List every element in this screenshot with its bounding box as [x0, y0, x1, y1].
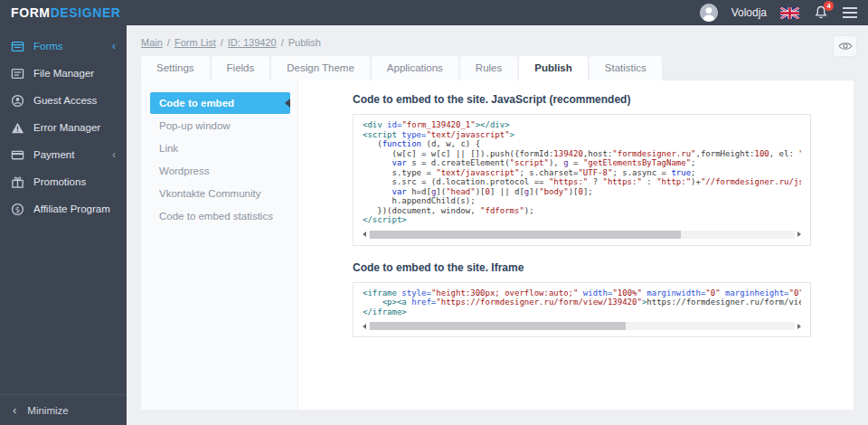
sidebar-item-label: Payment	[33, 149, 74, 160]
breadcrumb-separator: /	[221, 37, 223, 48]
language-flag-uk-icon[interactable]	[780, 7, 799, 19]
notifications-button[interactable]: 4	[813, 5, 829, 21]
notification-badge: 4	[824, 1, 834, 11]
svg-text:$: $	[15, 204, 20, 213]
sidebar-item-error-manager[interactable]: Error Manager	[0, 114, 127, 141]
submenu-code-to-embed[interactable]: Code to embed	[150, 92, 290, 114]
scroll-right-arrow-icon[interactable]	[797, 231, 801, 237]
tab-applications[interactable]: Applications	[372, 56, 458, 80]
embed-code-section: Code to embed to the site. JavaScript (r…	[298, 80, 854, 410]
sidebar-item-label: Affiliate Program	[33, 203, 110, 214]
breadcrumb-separator: /	[281, 37, 284, 48]
breadcrumb-form-list[interactable]: Form List	[175, 37, 216, 48]
publish-panel: Code to embed Pop-up window Link Wordpre…	[141, 80, 854, 410]
scrollbar-thumb[interactable]	[370, 322, 626, 330]
logo-designer: DESIGNER	[51, 5, 121, 20]
scroll-left-arrow-icon[interactable]	[363, 231, 366, 237]
chevron-left-icon: ‹	[13, 403, 16, 417]
js-embed-code[interactable]: <div id="form_139420_1"></div><script ty…	[363, 120, 801, 225]
sidebar-item-label: Promotions	[33, 176, 86, 187]
iframe-embed-code[interactable]: <iframe style="height:300px; overflow:au…	[363, 288, 801, 317]
sidebar-item-label: Forms	[33, 41, 63, 52]
submenu-wordpress[interactable]: Wordpress	[150, 160, 290, 182]
tab-design-theme[interactable]: Design Theme	[271, 56, 370, 80]
user-name[interactable]: Volodja	[731, 6, 767, 19]
sidebar-minimize-button[interactable]: ‹ Minimize	[0, 394, 127, 425]
logo-form: FORM	[11, 5, 51, 20]
sidebar: Forms ‹ File Manager Guest Access	[0, 25, 127, 425]
user-avatar[interactable]	[700, 4, 718, 22]
tab-statistics[interactable]: Statistics	[590, 56, 662, 80]
avatar-person-icon	[700, 4, 718, 22]
guest-access-icon	[11, 94, 24, 108]
scroll-left-arrow-icon[interactable]	[363, 324, 366, 329]
form-tabs: Settings Fields Design Theme Application…	[141, 56, 868, 80]
sidebar-item-payment[interactable]: Payment ‹	[0, 141, 127, 168]
publish-submenu: Code to embed Pop-up window Link Wordpre…	[141, 80, 298, 410]
breadcrumb-form-id[interactable]: ID: 139420	[228, 37, 277, 48]
tab-settings[interactable]: Settings	[141, 56, 210, 80]
js-code-horizontal-scrollbar[interactable]	[363, 229, 801, 241]
submenu-link[interactable]: Link	[150, 137, 290, 159]
js-embed-code-box: <div id="form_139420_1"></div><script ty…	[353, 114, 811, 246]
sidebar-item-file-manager[interactable]: File Manager	[0, 60, 127, 87]
breadcrumb-separator: /	[167, 37, 170, 48]
breadcrumb: Main / Form List / ID: 139420 / Publish	[127, 25, 868, 56]
sidebar-item-label: Guest Access	[33, 95, 97, 106]
sidebar-item-affiliate-program[interactable]: $ Affiliate Program	[0, 195, 127, 222]
iframe-embed-title: Code to embed to the site. Iframe	[353, 261, 854, 274]
sidebar-item-promotions[interactable]: Promotions	[0, 168, 127, 195]
tab-publish[interactable]: Publish	[519, 56, 588, 80]
promotions-icon	[11, 175, 24, 189]
affiliate-program-icon: $	[11, 203, 24, 216]
scroll-right-arrow-icon[interactable]	[797, 324, 801, 329]
sidebar-item-label: File Manager	[33, 68, 94, 79]
submenu-popup-window[interactable]: Pop-up window	[150, 115, 290, 137]
iframe-embed-code-box: <iframe style="height:300px; overflow:au…	[353, 282, 811, 338]
tab-fields[interactable]: Fields	[212, 56, 270, 80]
submenu-vkontakte-community[interactable]: Vkontakte Community	[150, 183, 290, 204]
top-header: FORMDESIGNER Volodja	[0, 0, 868, 25]
error-manager-icon	[11, 121, 24, 135]
forms-icon	[11, 40, 24, 53]
tab-rules[interactable]: Rules	[460, 56, 517, 80]
breadcrumb-current: Publish	[288, 37, 321, 48]
payment-icon	[11, 148, 24, 162]
app-logo[interactable]: FORMDESIGNER	[11, 5, 121, 20]
minimize-label: Minimize	[27, 405, 68, 416]
file-manager-icon	[11, 67, 24, 80]
chevron-collapse-icon: ‹	[112, 148, 116, 161]
eye-icon	[838, 41, 853, 52]
sidebar-item-label: Error Manager	[33, 122, 100, 133]
js-embed-title: Code to embed to the site. JavaScript (r…	[353, 93, 854, 106]
sidebar-item-forms[interactable]: Forms ‹	[0, 33, 127, 60]
scrollbar-thumb[interactable]	[370, 231, 681, 239]
menu-icon[interactable]	[843, 7, 857, 18]
breadcrumb-main[interactable]: Main	[141, 37, 163, 48]
sidebar-item-guest-access[interactable]: Guest Access	[0, 87, 127, 114]
submenu-code-to-embed-statistics[interactable]: Code to embed statistics	[150, 205, 290, 227]
iframe-code-horizontal-scrollbar[interactable]	[363, 320, 801, 332]
chevron-collapse-icon: ‹	[112, 40, 116, 52]
content-area: Main / Form List / ID: 139420 / Publish …	[127, 25, 868, 425]
preview-button[interactable]	[833, 35, 857, 57]
